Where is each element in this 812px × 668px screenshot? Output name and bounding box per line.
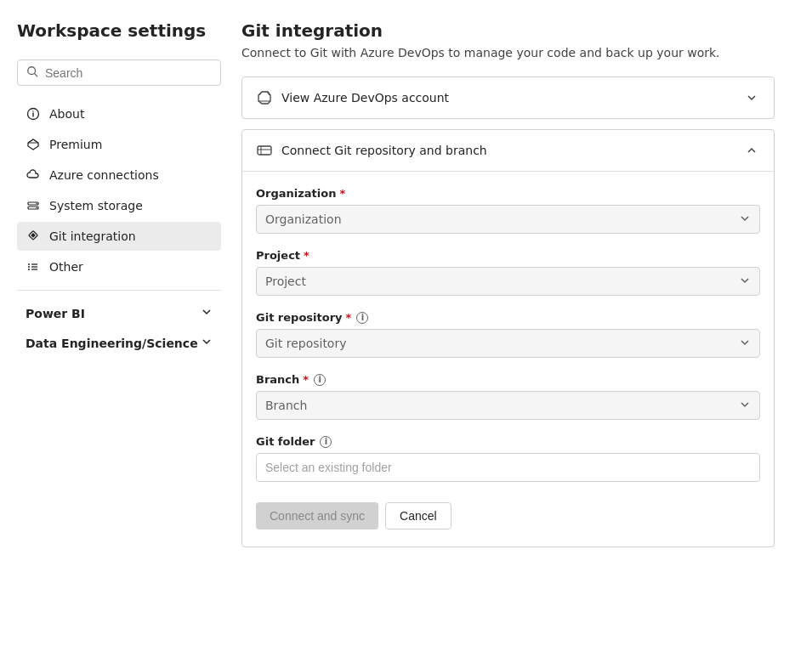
chevron-down-icon-2: [201, 336, 213, 350]
panel-view-azure-label: View Azure DevOps account: [281, 91, 449, 105]
project-group: Project * Project: [256, 249, 760, 296]
git-connect-icon: [256, 142, 273, 159]
connect-and-sync-button[interactable]: Connect and sync: [256, 502, 378, 529]
storage-icon: [26, 198, 41, 213]
chevron-down-branch: [739, 399, 751, 413]
sidebar-item-premium-label: Premium: [49, 138, 102, 151]
panel-connect-git-label: Connect Git repository and branch: [281, 144, 487, 157]
svg-marker-5: [28, 139, 38, 150]
sidebar-item-other-label: Other: [49, 260, 83, 274]
sidebar-item-azure-connections-label: Azure connections: [49, 168, 159, 182]
page-title: Git integration: [241, 20, 775, 41]
panel-connect-git-header[interactable]: Connect Git repository and branch: [242, 130, 774, 171]
form-body: Organization * Organization: [242, 171, 774, 546]
main-content: Git integration Connect to Git with Azur…: [221, 20, 795, 648]
search-icon: [26, 65, 38, 80]
svg-point-17: [28, 266, 30, 268]
svg-point-11: [36, 203, 37, 204]
sidebar-item-about[interactable]: About: [17, 99, 221, 128]
svg-rect-21: [258, 146, 271, 155]
organization-required: *: [339, 187, 345, 200]
diamond-icon: [26, 229, 41, 244]
chevron-down-git-repo: [739, 337, 751, 351]
git-folder-group: Git folder i: [256, 435, 760, 482]
nav-section-data-engineering[interactable]: Data Engineering/Science: [17, 329, 221, 357]
project-select[interactable]: Project: [256, 267, 760, 296]
project-label: Project *: [256, 249, 760, 262]
project-required: *: [304, 249, 309, 262]
git-folder-label: Git folder i: [256, 435, 760, 448]
chevron-down-panel1: [743, 89, 760, 106]
organization-placeholder: Organization: [265, 212, 342, 226]
organization-select[interactable]: Organization: [256, 205, 760, 234]
chevron-down-icon: [201, 306, 213, 320]
chevron-down-org: [739, 212, 751, 227]
git-repository-label: Git repository * i: [256, 311, 760, 324]
sidebar-item-git-integration-label: Git integration: [49, 229, 136, 243]
svg-point-19: [28, 269, 30, 270]
chevron-down-project: [739, 275, 751, 289]
git-repository-info-icon[interactable]: i: [356, 312, 368, 324]
branch-group: Branch * i Branch: [256, 373, 760, 420]
nav-section-power-bi[interactable]: Power BI: [17, 299, 221, 327]
git-repository-group: Git repository * i Git repository: [256, 311, 760, 358]
git-folder-input[interactable]: [256, 453, 760, 482]
form-buttons: Connect and sync Cancel: [256, 502, 760, 529]
branch-required: *: [303, 373, 309, 386]
organization-label: Organization *: [256, 187, 760, 200]
info-circle-icon: [26, 106, 41, 122]
git-repository-required: *: [346, 311, 352, 324]
page-subtitle: Connect to Git with Azure DevOps to mana…: [241, 46, 775, 59]
sidebar-item-azure-connections[interactable]: Azure connections: [17, 161, 221, 190]
git-repository-select[interactable]: Git repository: [256, 329, 760, 358]
git-repository-placeholder: Git repository: [265, 337, 346, 350]
svg-point-12: [36, 207, 37, 208]
branch-select[interactable]: Branch: [256, 391, 760, 420]
svg-point-15: [28, 263, 30, 265]
chevron-up-panel2: [743, 142, 760, 159]
cloud-icon: [26, 167, 41, 183]
svg-point-4: [32, 110, 33, 111]
cancel-button[interactable]: Cancel: [385, 502, 451, 529]
project-placeholder: Project: [265, 275, 306, 288]
panel-view-azure-header[interactable]: View Azure DevOps account: [242, 77, 774, 118]
sidebar-item-system-storage[interactable]: System storage: [17, 191, 221, 220]
divider-1: [17, 290, 221, 291]
svg-line-1: [35, 74, 37, 76]
svg-line-7: [28, 139, 33, 143]
sidebar-item-about-label: About: [49, 107, 84, 121]
panel-view-azure: View Azure DevOps account: [241, 76, 775, 119]
organization-group: Organization * Organization: [256, 187, 760, 234]
sidebar-title: Workspace settings: [17, 20, 221, 41]
sidebar: Workspace settings About: [17, 20, 221, 648]
list-icon: [26, 259, 41, 275]
branch-info-icon[interactable]: i: [314, 374, 326, 386]
sidebar-item-git-integration[interactable]: Git integration: [17, 222, 221, 251]
branch-placeholder: Branch: [265, 399, 307, 412]
sidebar-item-premium[interactable]: Premium: [17, 130, 221, 159]
search-input[interactable]: [45, 66, 212, 80]
gem-icon: [26, 137, 41, 152]
panel-connect-git: Connect Git repository and branch Organi…: [241, 129, 775, 547]
svg-line-8: [33, 139, 38, 143]
branch-label: Branch * i: [256, 373, 760, 386]
svg-rect-14: [31, 233, 36, 238]
git-folder-info-icon[interactable]: i: [320, 436, 332, 448]
sidebar-item-system-storage-label: System storage: [49, 199, 143, 212]
azure-devops-icon: [256, 89, 273, 106]
sidebar-item-other[interactable]: Other: [17, 252, 221, 281]
search-box[interactable]: [17, 59, 221, 86]
